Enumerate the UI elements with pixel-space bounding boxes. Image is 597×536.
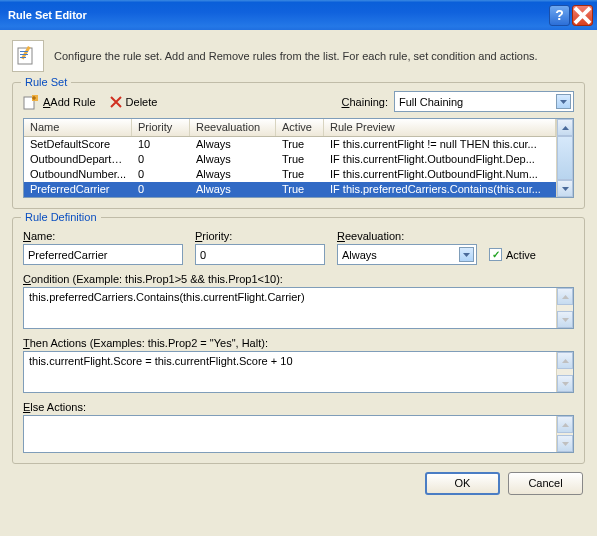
col-active[interactable]: Active — [276, 119, 324, 136]
else-scrollbar[interactable] — [556, 416, 573, 452]
reeval-combo[interactable]: Always — [337, 244, 477, 265]
add-rule-label: Add Rule — [50, 96, 95, 108]
scroll-thumb[interactable] — [557, 136, 573, 180]
scroll-down-icon[interactable] — [557, 180, 573, 197]
table-row[interactable]: OutboundDepartu... 0 Always True IF this… — [24, 152, 556, 167]
scroll-up-icon[interactable] — [557, 352, 573, 369]
help-button[interactable]: ? — [549, 5, 570, 26]
scroll-up-icon[interactable] — [557, 288, 573, 305]
else-input[interactable] — [23, 415, 574, 453]
ruleset-group: Rule Set AAdd Rule Delete Chaining: Full… — [12, 82, 585, 209]
name-label: Name: — [23, 230, 183, 242]
chaining-value: Full Chaining — [399, 96, 556, 108]
scroll-down-icon[interactable] — [557, 375, 573, 392]
else-label: Else Actions: — [23, 401, 574, 413]
table-row[interactable]: OutboundNumber... 0 Always True IF this.… — [24, 167, 556, 182]
title-bar: Rule Set Editor ? — [0, 0, 597, 30]
then-scrollbar[interactable] — [556, 352, 573, 392]
window-title: Rule Set Editor — [8, 9, 547, 21]
reeval-label: Reevaluation: — [337, 230, 477, 242]
editor-icon — [12, 40, 44, 72]
table-row-selected[interactable]: PreferredCarrier 0 Always True IF this.p… — [24, 182, 556, 197]
col-priority[interactable]: Priority — [132, 119, 190, 136]
ok-button[interactable]: OK — [425, 472, 500, 495]
reeval-value: Always — [342, 249, 459, 261]
chevron-down-icon — [459, 247, 474, 262]
scroll-down-icon[interactable] — [557, 311, 573, 328]
delete-icon — [110, 96, 122, 108]
priority-label: Priority: — [195, 230, 325, 242]
table-header: Name Priority Reevaluation Active Rule P… — [24, 119, 556, 137]
scroll-up-icon[interactable] — [557, 119, 573, 136]
name-input[interactable] — [23, 244, 183, 265]
then-label: Then Actions (Examples: this.Prop2 = "Ye… — [23, 337, 574, 349]
delete-button[interactable]: Delete — [110, 96, 158, 108]
active-checkbox[interactable]: ✓ — [489, 248, 502, 261]
svg-rect-4 — [20, 57, 26, 58]
table-row[interactable]: SetDefaultScore 10 Always True IF this.c… — [24, 137, 556, 152]
svg-rect-3 — [20, 54, 28, 55]
condition-label: Condition (Example: this.Prop1>5 && this… — [23, 273, 574, 285]
scroll-up-icon[interactable] — [557, 416, 573, 433]
priority-input[interactable] — [195, 244, 325, 265]
rule-definition-group: Rule Definition Name: Priority: Reevalua… — [12, 217, 585, 464]
col-preview[interactable]: Rule Preview — [324, 119, 556, 136]
ruleset-legend: Rule Set — [21, 76, 71, 88]
add-rule-icon — [23, 94, 39, 110]
definition-legend: Rule Definition — [21, 211, 101, 223]
table-scrollbar[interactable] — [556, 119, 573, 197]
add-rule-button[interactable]: AAdd Rule — [23, 94, 96, 110]
chaining-combo[interactable]: Full Chaining — [394, 91, 574, 112]
col-name[interactable]: Name — [24, 119, 132, 136]
chevron-down-icon — [556, 94, 571, 109]
close-button[interactable] — [572, 5, 593, 26]
scroll-down-icon[interactable] — [557, 435, 573, 452]
rules-table[interactable]: Name Priority Reevaluation Active Rule P… — [23, 118, 574, 198]
chaining-label: Chaining: — [342, 96, 389, 108]
condition-scrollbar[interactable] — [556, 288, 573, 328]
col-reeval[interactable]: Reevaluation — [190, 119, 276, 136]
delete-label: Delete — [126, 96, 158, 108]
active-label: Active — [506, 249, 536, 261]
condition-input[interactable]: this.preferredCarriers.Contains(this.cur… — [23, 287, 574, 329]
then-input[interactable]: this.currentFlight.Score = this.currentF… — [23, 351, 574, 393]
intro-text: Configure the rule set. Add and Remove r… — [54, 50, 538, 62]
svg-rect-2 — [20, 51, 28, 52]
cancel-button[interactable]: Cancel — [508, 472, 583, 495]
